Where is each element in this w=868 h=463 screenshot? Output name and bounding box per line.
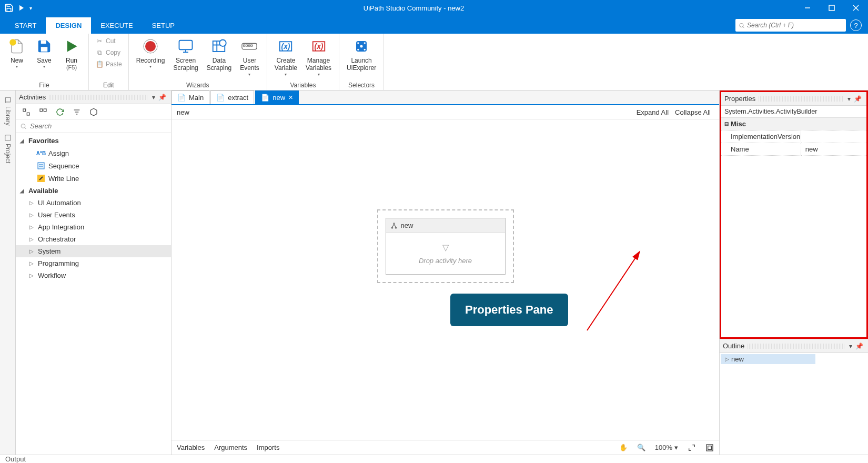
- svg-point-19: [220, 40, 227, 47]
- flowchart-icon: [390, 222, 398, 229]
- data-scraping-button[interactable]: Data Scraping: [204, 36, 235, 73]
- tree-available[interactable]: ◢Available: [16, 185, 171, 197]
- vertical-tab-library[interactable]: Library: [3, 94, 13, 129]
- outline-pin-icon[interactable]: 📌: [854, 343, 865, 350]
- search-box[interactable]: [735, 19, 846, 32]
- collapse-all-link[interactable]: Collapse All: [672, 108, 714, 116]
- output-panel-tab[interactable]: Output: [0, 455, 868, 463]
- pan-icon[interactable]: ✋: [619, 444, 628, 451]
- svg-point-33: [357, 49, 359, 51]
- writeline-icon: [37, 174, 45, 183]
- properties-pin-icon[interactable]: 📌: [852, 95, 863, 103]
- launch-uiexplorer-button[interactable]: Launch UiExplorer: [344, 36, 379, 73]
- doc-tab-new[interactable]: 📄new✕: [255, 90, 299, 104]
- properties-dropdown-icon[interactable]: ▾: [846, 95, 852, 103]
- svg-line-53: [394, 224, 396, 227]
- svg-point-30: [360, 45, 363, 48]
- help-button[interactable]: ?: [850, 19, 862, 31]
- tree-system[interactable]: ▷System: [16, 245, 171, 257]
- variables-tab[interactable]: Variables: [177, 444, 205, 451]
- tree-workflow[interactable]: ▷Workflow: [16, 269, 171, 281]
- outline-dropdown-icon[interactable]: ▾: [847, 343, 854, 350]
- tree-assign[interactable]: A*BAssign: [16, 147, 171, 159]
- expand-all-link[interactable]: Expand All: [633, 108, 672, 116]
- user-events-button[interactable]: User Events▾: [237, 36, 263, 78]
- copy-button[interactable]: ⧉Copy: [93, 47, 124, 58]
- arguments-tab[interactable]: Arguments: [214, 444, 247, 451]
- imports-tab[interactable]: Imports: [257, 444, 279, 451]
- tab-design[interactable]: DESIGN: [46, 17, 91, 34]
- recording-button[interactable]: Recording▾: [133, 36, 168, 71]
- tree-sequence[interactable]: Sequence: [16, 159, 171, 172]
- expand-all-icon[interactable]: [21, 107, 32, 117]
- activity-card[interactable]: new ▽ Drop activity here: [386, 218, 506, 275]
- search-input[interactable]: [747, 22, 843, 29]
- fit-screen-icon[interactable]: [688, 444, 696, 452]
- maximize-button[interactable]: [820, 0, 844, 16]
- zoom-level[interactable]: 100% ▾: [655, 444, 678, 451]
- tree-orchestrator[interactable]: ▷Orchestrator: [16, 233, 171, 245]
- svg-marker-0: [19, 5, 24, 11]
- tree-user-events[interactable]: ▷User Events: [16, 209, 171, 221]
- doc-tab-extract[interactable]: 📄extract: [210, 90, 254, 104]
- filter-icon[interactable]: [72, 107, 82, 117]
- manage-variables-button[interactable]: (x) Manage Variables▾: [302, 36, 335, 78]
- tab-start[interactable]: START: [5, 17, 46, 34]
- minimize-button[interactable]: [795, 0, 820, 16]
- tree-favorites[interactable]: ◢Favorites: [16, 135, 171, 147]
- tree-ui-automation[interactable]: ▷UI Automation: [16, 197, 171, 209]
- vertical-tab-project[interactable]: Project: [3, 131, 13, 166]
- close-button[interactable]: [844, 0, 868, 16]
- tree-app-integration[interactable]: ▷App Integration: [16, 221, 171, 233]
- refresh-icon[interactable]: [55, 107, 65, 117]
- svg-point-50: [391, 227, 392, 228]
- group-selectors-label: Selectors: [344, 80, 379, 89]
- outline-item-new[interactable]: ▷new: [721, 354, 815, 364]
- activities-search[interactable]: [16, 120, 171, 133]
- doc-tab-main[interactable]: 📄Main: [171, 90, 209, 104]
- svg-rect-24: [251, 45, 253, 46]
- svg-rect-36: [23, 109, 26, 112]
- svg-rect-35: [5, 135, 11, 140]
- quick-save-icon[interactable]: [4, 3, 14, 13]
- properties-category-misc[interactable]: ⊟Misc: [721, 118, 866, 130]
- zoom-icon[interactable]: 🔍: [637, 444, 645, 451]
- new-button[interactable]: New▾: [4, 36, 29, 71]
- workflow-icon: 📄: [216, 94, 225, 102]
- flowchart-container[interactable]: new ▽ Drop activity here: [377, 209, 514, 283]
- activities-dropdown-icon[interactable]: ▾: [150, 94, 157, 101]
- close-tab-icon[interactable]: ✕: [288, 94, 293, 101]
- tab-execute[interactable]: EXECUTE: [91, 17, 142, 34]
- save-button[interactable]: Save▾: [32, 36, 57, 71]
- drop-arrow-icon: ▽: [390, 243, 501, 253]
- svg-rect-55: [706, 445, 713, 451]
- svg-point-11: [145, 41, 156, 52]
- svg-point-5: [740, 23, 743, 27]
- tree-writeline[interactable]: Write Line: [16, 172, 171, 185]
- quick-run-icon[interactable]: [18, 4, 25, 12]
- annotation-callout: Properties Pane: [450, 294, 568, 326]
- overview-icon[interactable]: [705, 444, 714, 452]
- screen-scraping-button[interactable]: Screen Scraping: [170, 36, 201, 73]
- prop-impl-version-key: ImplementationVersion: [721, 130, 801, 143]
- breadcrumb-current: new: [177, 108, 189, 116]
- collapse-all-icon[interactable]: [38, 107, 48, 117]
- activities-search-input[interactable]: [30, 122, 167, 130]
- svg-text:(x): (x): [281, 43, 290, 51]
- activities-pin-icon[interactable]: 📌: [157, 94, 168, 101]
- svg-point-7: [9, 39, 16, 46]
- create-variable-button[interactable]: (x) Create Variable▾: [271, 36, 300, 78]
- package-icon[interactable]: [88, 107, 99, 117]
- paste-button[interactable]: 📋Paste: [93, 59, 124, 69]
- prop-name-value[interactable]: new: [801, 143, 866, 156]
- tree-programming[interactable]: ▷Programming: [16, 257, 171, 269]
- svg-point-51: [395, 227, 396, 228]
- prop-impl-version-value[interactable]: [801, 130, 866, 143]
- annotation-arrow: [582, 246, 645, 336]
- cut-button[interactable]: ✂Cut: [93, 36, 124, 46]
- tab-setup[interactable]: SETUP: [143, 17, 184, 34]
- run-button[interactable]: Run (F5): [59, 36, 84, 73]
- svg-point-34: [364, 49, 366, 51]
- svg-rect-39: [44, 109, 46, 112]
- properties-class: System.Activities.ActivityBuilder: [721, 106, 866, 118]
